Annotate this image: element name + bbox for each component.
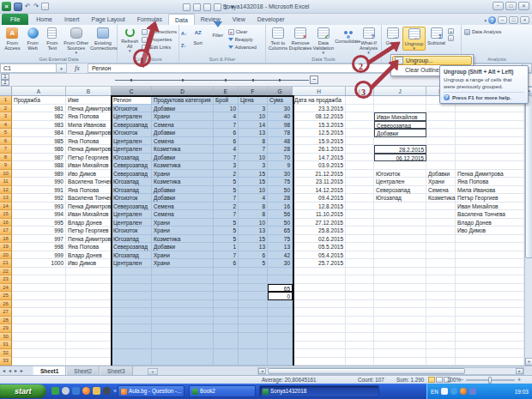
cell-D8[interactable]: Добавки: [152, 154, 214, 162]
cell[interactable]: [426, 161, 456, 170]
cell[interactable]: [214, 275, 239, 284]
outline-level-2-button[interactable]: 2: [1, 80, 9, 86]
cell[interactable]: [426, 349, 456, 358]
cell-F2[interactable]: 3: [239, 105, 268, 113]
ribbon-tab-file[interactable]: File: [2, 14, 28, 25]
cell-C16[interactable]: Централен: [112, 219, 152, 227]
cell[interactable]: [293, 300, 346, 309]
cell-E3[interactable]: 4: [214, 112, 239, 121]
subtotal-button[interactable]: ΣSubtotal: [426, 27, 447, 45]
cell[interactable]: [268, 324, 293, 333]
row-header-16[interactable]: 16: [0, 219, 12, 227]
start-button[interactable]: start: [0, 384, 46, 398]
cell-G5[interactable]: 78: [268, 129, 293, 137]
cell-D9[interactable]: Козметика: [152, 161, 214, 170]
group-button[interactable]: →Group▾: [383, 27, 402, 49]
cell-K12[interactable]: Семена: [426, 186, 456, 195]
quick-launch-icon[interactable]: [103, 387, 111, 395]
reapply-button[interactable]: Reapply: [227, 36, 257, 43]
cell-G11[interactable]: 75: [268, 178, 293, 186]
cell-G25[interactable]: 0: [268, 292, 293, 300]
row-header-19[interactable]: 19: [0, 243, 12, 251]
cell[interactable]: [239, 324, 268, 333]
cell[interactable]: [426, 300, 456, 309]
cell[interactable]: [214, 317, 239, 325]
cell[interactable]: [456, 105, 524, 113]
row-header-31[interactable]: 31: [0, 341, 12, 349]
cell[interactable]: [426, 243, 456, 251]
row-header-3[interactable]: 3: [0, 112, 12, 121]
row-header-9[interactable]: 9: [0, 161, 12, 170]
cell[interactable]: [239, 357, 268, 366]
cell-D16[interactable]: Храни: [152, 219, 214, 227]
cell-E18[interactable]: 5: [214, 235, 239, 244]
cell[interactable]: [456, 129, 524, 137]
cell[interactable]: [152, 308, 214, 317]
cell-A2[interactable]: 981: [12, 105, 66, 113]
ribbon-tab-data[interactable]: Data: [168, 14, 195, 25]
first-sheet-icon[interactable]: ◄: [2, 367, 6, 375]
row-header-22[interactable]: 22: [0, 268, 12, 276]
cell[interactable]: [12, 341, 66, 349]
cell-G2[interactable]: 30: [268, 105, 293, 113]
cell[interactable]: [214, 300, 239, 309]
remove-duplicates-button[interactable]: ×Remove Duplicates: [289, 27, 312, 51]
cell-F17[interactable]: 13: [239, 227, 268, 235]
vertical-scrollbar[interactable]: ▲ ▼: [524, 87, 532, 366]
cell-A6[interactable]: 985: [12, 137, 66, 146]
cell-H7[interactable]: 26.1.2015: [293, 145, 346, 154]
cell[interactable]: [426, 324, 456, 333]
cell[interactable]: [374, 275, 426, 284]
cell-H20[interactable]: 05.4.2015: [293, 251, 346, 260]
cell-J13[interactable]: Югозапад: [374, 194, 426, 203]
help-icon[interactable]: ?: [488, 16, 496, 24]
cell[interactable]: [426, 112, 456, 121]
cell-F11[interactable]: 15: [239, 178, 268, 186]
ribbon-tab-home[interactable]: Home: [30, 14, 58, 25]
cell[interactable]: [426, 145, 456, 154]
cell[interactable]: [112, 317, 152, 325]
cell[interactable]: [152, 284, 214, 293]
cell[interactable]: [426, 333, 456, 342]
cell[interactable]: [12, 333, 66, 342]
cell[interactable]: [426, 341, 456, 349]
cell[interactable]: [12, 317, 66, 325]
column-header-A[interactable]: A: [12, 87, 66, 96]
cell[interactable]: [374, 349, 426, 358]
cell[interactable]: [66, 308, 112, 317]
cell[interactable]: [456, 121, 524, 130]
cell[interactable]: [239, 300, 268, 309]
cell[interactable]: [426, 259, 456, 268]
cell[interactable]: [426, 292, 456, 300]
cell[interactable]: [346, 235, 374, 244]
cell[interactable]: [66, 317, 112, 325]
cell[interactable]: [456, 292, 524, 300]
cell[interactable]: [426, 210, 456, 219]
excel-app-icon[interactable]: ×: [2, 2, 11, 11]
cell[interactable]: [346, 324, 374, 333]
cell[interactable]: [66, 349, 112, 358]
cell-H13[interactable]: 09.4.2015: [293, 194, 346, 203]
cell-B15[interactable]: Иван Михайлов: [66, 210, 112, 219]
cell[interactable]: [268, 349, 293, 358]
scroll-down-icon[interactable]: ▼: [525, 358, 532, 366]
cell[interactable]: [12, 275, 66, 284]
cell-G4[interactable]: 98: [268, 121, 293, 130]
cell[interactable]: [346, 203, 374, 211]
cell[interactable]: [456, 308, 524, 317]
clear-filter-button[interactable]: ×Clear: [227, 28, 257, 35]
cell-F16[interactable]: 10: [239, 219, 268, 227]
cell-G3[interactable]: 40: [268, 112, 293, 121]
cell-F5[interactable]: 13: [239, 129, 268, 137]
ribbon-tab-insert[interactable]: Insert: [58, 14, 86, 25]
folder-icon[interactable]: [93, 387, 100, 395]
cell-G15[interactable]: 56: [268, 210, 293, 219]
task-button-1[interactable]: Aula.bg - Question -...: [118, 385, 184, 397]
cell-B19[interactable]: Яна Попова: [66, 243, 112, 251]
cell[interactable]: [66, 268, 112, 276]
ribbon-tab-page-layout[interactable]: Page Layout: [85, 14, 130, 25]
row-header-33[interactable]: 33: [0, 357, 12, 366]
workbook-close-button[interactable]: ×: [520, 16, 529, 24]
prev-sheet-icon[interactable]: ◄: [8, 367, 12, 375]
row-header-32[interactable]: 32: [0, 349, 12, 358]
